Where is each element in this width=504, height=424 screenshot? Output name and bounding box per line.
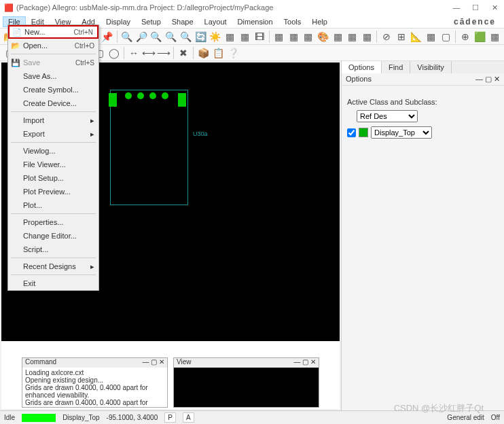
color-swatch[interactable] [359, 128, 368, 137]
film-icon[interactable]: 🎞 [253, 30, 266, 43]
cfg4-icon[interactable]: ▦ [424, 30, 437, 43]
file-menu-item[interactable]: Save As... [8, 69, 98, 83]
r2-dim2-icon[interactable]: ⟷ [142, 46, 156, 60]
file-menu-item[interactable]: Script... [8, 243, 98, 256]
tab-options[interactable]: Options [342, 61, 382, 73]
menu-display[interactable]: Display [101, 16, 136, 27]
grid1-icon[interactable]: ▦ [223, 30, 237, 43]
tab-visibility[interactable]: Visibility [410, 61, 452, 73]
view-controls[interactable]: — ▢ ✕ [293, 358, 316, 368]
minimize-button[interactable]: — [451, 3, 462, 12]
r2-8-icon[interactable]: ◯ [107, 46, 121, 60]
file-menu-item[interactable]: Exit [8, 277, 98, 290]
zoom-out-icon[interactable]: 🔎 [134, 30, 148, 43]
r2-ext2-icon[interactable]: 📋 [211, 46, 225, 60]
file-menu-item[interactable]: Plot... [8, 198, 98, 212]
view-window[interactable]: View— ▢ ✕ [173, 357, 319, 408]
refdes-label: U30a [193, 130, 208, 137]
layers6-icon[interactable]: ▦ [346, 30, 359, 43]
command-window[interactable]: Command— ▢ ✕ Loading axlcore.cxt Opening… [22, 357, 168, 408]
file-menu-item[interactable]: Properties... [8, 215, 98, 229]
file-menu-item[interactable]: Plot Preview... [8, 185, 98, 198]
cmd-line: Grids are drawn 0.4000, 0.4000 apart for… [25, 384, 164, 399]
pad [149, 92, 156, 99]
pad [109, 93, 117, 107]
app-icon: 🟥 [4, 3, 14, 12]
zoom-prev-icon[interactable]: 🔍 [179, 30, 193, 43]
menu-help[interactable]: Help [306, 16, 333, 27]
sun-icon[interactable]: ☀️ [209, 30, 222, 43]
r2-ext1-icon[interactable]: 📦 [196, 46, 210, 60]
command-title: Command [25, 358, 142, 368]
menu-setup[interactable]: Setup [136, 16, 166, 27]
status-coords: -95.1000, 3.4000 [107, 414, 158, 421]
layers7-icon[interactable]: ▦ [361, 30, 374, 43]
grid2-icon[interactable]: ▦ [238, 30, 251, 43]
file-menu-item[interactable]: 📄New...Ctrl+N [8, 25, 98, 39]
brand-logo: cādence [454, 17, 496, 26]
pin-icon[interactable]: 📌 [101, 30, 114, 43]
title-bar: 🟥 (Package) Allegro: usbMale-sip-mm.dra … [0, 0, 504, 15]
menu-layout[interactable]: Layout [199, 16, 232, 27]
status-idle: Idle [4, 414, 15, 421]
file-menu-item[interactable]: 📂Open...Ctrl+O [8, 39, 98, 52]
layers4-icon[interactable]: 🎨 [317, 30, 330, 43]
subclass-checkbox[interactable] [347, 128, 356, 137]
menu-dimension[interactable]: Dimension [232, 16, 278, 27]
window-title: (Package) Allegro: usbMale-sip-mm.dra Pr… [16, 3, 273, 12]
pad [125, 92, 132, 99]
status-off: Off [491, 414, 500, 421]
subclass-select[interactable]: Display_Top [371, 126, 432, 139]
r2-help-icon[interactable]: ❔ [226, 46, 240, 60]
file-menu-item[interactable]: Create Symbol... [8, 83, 98, 96]
file-menu-item[interactable]: Create Device... [8, 96, 98, 110]
cfg1-icon[interactable]: ⊘ [380, 30, 393, 43]
status-p[interactable]: P [164, 412, 176, 423]
status-layer: Display_Top [62, 414, 99, 421]
zoom-fit-icon[interactable]: 🔍 [149, 30, 163, 43]
maximize-button[interactable]: ☐ [470, 3, 481, 12]
layers1-icon[interactable]: ▦ [272, 30, 286, 43]
cmd-controls[interactable]: — ▢ ✕ [142, 358, 164, 368]
r2-dim3-icon[interactable]: ⟶ [157, 46, 170, 60]
cfg2-icon[interactable]: ⊞ [395, 30, 408, 43]
end1-icon[interactable]: ⊕ [458, 30, 472, 43]
status-progress [22, 414, 56, 422]
file-menu-item[interactable]: Export▸ [8, 127, 98, 141]
refresh-icon[interactable]: 🔄 [194, 30, 207, 43]
layers3-icon[interactable]: ▦ [302, 30, 315, 43]
class-select[interactable]: Ref Des [357, 110, 418, 122]
zoom-window-icon[interactable]: 🔍 [164, 30, 178, 43]
layers5-icon[interactable]: ▦ [331, 30, 344, 43]
status-a[interactable]: A [183, 412, 194, 423]
layers2-icon[interactable]: ▦ [287, 30, 300, 43]
pad [178, 93, 186, 107]
close-button[interactable]: ✕ [489, 3, 500, 12]
panel-ctrls[interactable]: — ▢ ✕ [475, 75, 500, 84]
file-menu-item[interactable]: Import▸ [8, 113, 98, 127]
menu-shape[interactable]: Shape [166, 16, 199, 27]
active-class-label: Active Class and Subclass: [347, 98, 499, 106]
end2-icon[interactable]: 🟩 [473, 30, 487, 43]
file-menu-item[interactable]: 💾SaveCtrl+S [8, 56, 98, 69]
cfg5-icon[interactable]: ▢ [439, 30, 452, 43]
r2-dim1-icon[interactable]: ↔ [127, 46, 141, 60]
package-outline [110, 90, 188, 205]
file-menu-item[interactable]: Plot Setup... [8, 171, 98, 185]
menu-tools[interactable]: Tools [278, 16, 307, 27]
tab-find[interactable]: Find [382, 61, 410, 73]
options-header: Options [346, 75, 372, 84]
file-menu-item[interactable]: File Viewer... [8, 158, 98, 171]
file-menu-item[interactable]: Recent Designs▸ [8, 260, 98, 273]
file-menu-item[interactable]: Change Editor... [8, 229, 98, 243]
status-mode: General edit [447, 414, 484, 421]
cfg3-icon[interactable]: 📐 [410, 30, 423, 43]
cmd-line: Grids are drawn 0.4000, 0.4000 apart for… [25, 399, 164, 407]
file-menu-dropdown[interactable]: 📄New...Ctrl+N📂Open...Ctrl+O💾SaveCtrl+SSa… [7, 24, 99, 291]
end3-icon[interactable]: ▦ [488, 30, 501, 43]
zoom-in-icon[interactable]: 🔍 [120, 30, 134, 43]
r2-drc-icon[interactable]: ✖ [177, 46, 190, 60]
cmd-line: Opening existing design... [25, 376, 164, 384]
cmd-line: Loading axlcore.cxt [25, 369, 164, 376]
file-menu-item[interactable]: Viewlog... [8, 144, 98, 158]
